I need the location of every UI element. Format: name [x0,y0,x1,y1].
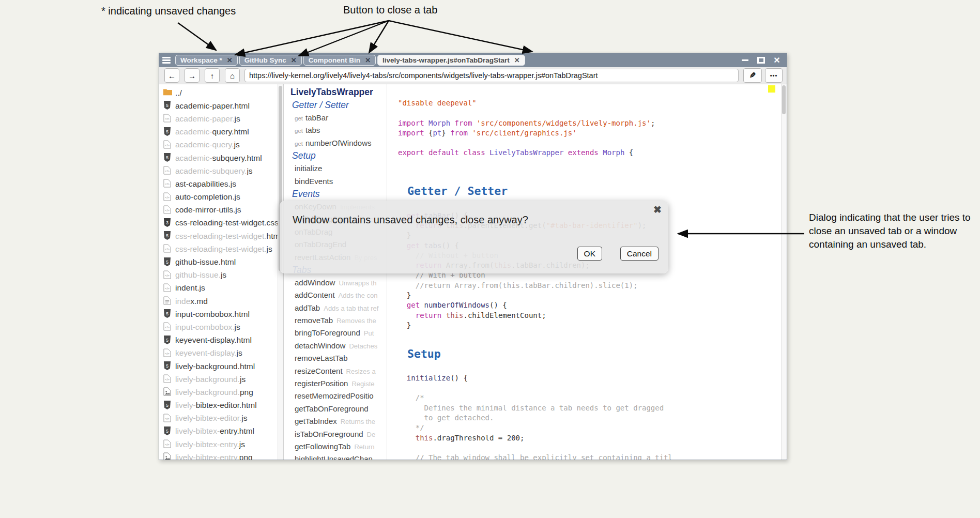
outline-method-resetmemoziredpositio[interactable]: resetMemoziredPositio [285,390,387,402]
outline-method-bringtoforeground[interactable]: bringToForegroundPut [285,327,387,339]
minimize-icon[interactable] [740,56,749,65]
outline-method-registerposition[interactable]: registerPositionRegiste [285,377,387,390]
file-item-academic-paper-js[interactable]: </>academic-paper.js [159,112,283,125]
file-name-part: keyevent-display. [175,348,237,358]
url-input[interactable] [244,69,739,82]
method-name: addContent [295,291,335,299]
file-name-part: x.md [190,297,208,306]
svg-text:3: 3 [166,220,169,225]
outline-method-removelasttab[interactable]: removeLastTab [285,352,387,364]
file-name-part: css-reloading-test-widget. [175,245,267,254]
file-name-part: github-issue. [175,270,221,280]
file-item-input-combobox-js[interactable]: </>input-combobox.js [159,321,283,333]
file-item-code-mirror-utils-js[interactable]: </>code-mirror-utils.js [159,204,283,217]
ok-button[interactable]: OK [577,247,602,261]
outline-method-addtab[interactable]: addTabAdds a tab that ref [285,302,387,314]
up-button[interactable]: ↑ [205,68,220,83]
outline-method-istabonforeground[interactable]: isTabOnForegroundDe [285,428,387,440]
tab-close-icon[interactable]: ✕ [291,56,297,64]
outline-method-addcontent[interactable]: addContentAdds the con [285,289,387,301]
edit-pencil-button[interactable]: ✎ [743,68,762,83]
file-item-academic-query-html[interactable]: 5academic-query.html [159,126,283,139]
back-button[interactable]: ← [164,68,179,83]
code-scroll-thumb[interactable] [782,85,786,114]
tab-close-icon[interactable]: ✕ [227,56,233,64]
tab-component-bin[interactable]: Component Bin✕ [303,55,376,66]
file-item-academic-subquery-js[interactable]: </>academic-subquery.js [159,164,283,177]
outline-method-removetab[interactable]: removeTabRemoves the [285,314,387,327]
file-item-academic-subquery-html[interactable]: 5academic-subquery.html [159,151,283,164]
file-item-css-reloading-test-widget-js[interactable]: </>css-reloading-test-widget.js [159,242,283,255]
file-item-lively-background-js[interactable]: </>lively-background.js [159,373,283,386]
outline-method-tabs[interactable]: gettabs [285,124,387,136]
dialog-close-icon[interactable]: ✖ [653,204,662,216]
tab-close-icon[interactable]: ✕ [514,56,520,64]
file-item-css-reloading-test-widget-css[interactable]: 3css-reloading-test-widget.css [159,217,283,230]
outline-section-setup[interactable]: Setup [285,149,387,162]
file-name-part: js [234,140,239,149]
file-item-lively-bibtex-entry-html[interactable]: 5lively-bibtex-entry.html [159,425,283,438]
file-item-ast-capabilities-js[interactable]: </>ast-capabilities.js [159,177,283,190]
file-item-lively-bibtex-entry-png[interactable]: lively-bibtex-entry.png [159,451,283,460]
outline-method-bindevents[interactable]: bindEvents [285,175,387,188]
file-name-part: lively-bibtex- [175,426,220,436]
method-name: addWindow [295,278,335,287]
outline-method-gettabindex[interactable]: getTabIndexReturns the [285,415,387,428]
maximize-icon[interactable] [756,56,765,65]
file-item-lively-background-png[interactable]: lively-background.png [159,386,283,399]
file-item-index-md[interactable]: index.md [159,295,283,308]
file-item-lively-bibtex-editor-html[interactable]: 5lively-bibtex-editor.html [159,399,283,412]
file-item-auto-completion-js[interactable]: </>auto-completion.js [159,191,283,204]
method-doc: Return [354,443,374,451]
outline-method-numberofwindows[interactable]: getnumberOfWindows [285,137,387,149]
cancel-button[interactable]: Cancel [620,247,659,261]
tab-lively-tabs-wrapper-js-ontabdragstart[interactable]: lively-tabs-wrapper.js#onTabDragStart✕ [377,55,525,66]
file-item-keyevent-display-html[interactable]: 5keyevent-display.html [159,334,283,347]
outline-section-events[interactable]: Events [285,188,387,201]
file-name-part: indent.js [175,283,205,293]
file-item-github-issue-js[interactable]: </>github-issue.js [159,269,283,282]
outline-method-detachwindow[interactable]: detachWindowDetaches [285,340,387,352]
outline-method-gettabonforeground[interactable]: getTabOnForeground [285,403,387,415]
more-options-button[interactable]: ••• [765,68,783,83]
menu-icon[interactable] [162,57,171,64]
file-item-css-reloading-test-widget-html[interactable]: 5css-reloading-test-widget.html [159,230,283,242]
file-name-part: entry.html [220,426,254,436]
method-name: tabBar [305,113,328,122]
method-doc: Resizes a [346,368,376,375]
file-item-lively-background-html[interactable]: 5lively-background.html [159,360,283,373]
file-name-part: academic-paper. [175,114,235,124]
outline-method-addwindow[interactable]: addWindowUnwrapps th [285,277,387,289]
file-name-part: png [240,388,253,397]
file-item-academic-query-js[interactable]: </>academic-query.js [159,139,283,151]
file-item-github-issue-html[interactable]: 5github-issue.html [159,255,283,268]
outline-section-getter-setter[interactable]: Getter / Setter [285,99,387,112]
method-doc: Registe [351,380,374,388]
file-name-part: js [241,414,247,423]
file-item-input-combobox-html[interactable]: 5input-combobox.html [159,308,283,321]
file-item-lively-bibtex-entry-js[interactable]: </>lively-bibtex-entry.js [159,438,283,451]
html-file-icon: 5 [163,361,172,371]
file-item-keyevent-display-js[interactable]: </>keyevent-display.js [159,347,283,360]
file-item-[interactable]: ../ [159,86,283,99]
forward-button[interactable]: → [185,68,200,83]
tab-github-sync[interactable]: GitHub Sync✕ [239,55,302,66]
method-name: resetMemoziredPositio [295,391,374,400]
outline-method-highlightunsavedchan[interactable]: highlightUnsavedChan [285,453,387,460]
window-close-icon[interactable]: ✕ [772,56,782,65]
outline-method-initialize[interactable]: initialize [285,162,387,175]
home-button[interactable]: ⌂ [225,68,240,83]
file-name-part: css-reloading-test-widget. [175,232,267,241]
file-item-lively-bibtex-editor-js[interactable]: </>lively-bibtex-editor.js [159,412,283,425]
tab-close-icon[interactable]: ✕ [365,56,371,64]
html-file-icon: 5 [163,153,172,163]
outline-method-resizecontent[interactable]: resizeContentResizes a [285,365,387,377]
outline-method-tabbar[interactable]: gettabBar [285,112,387,124]
tab-label: Component Bin [309,56,361,64]
code-line: Defines the minimal distance a tab needs… [398,403,776,413]
tab-workspace[interactable]: Workspace *✕ [175,55,238,66]
file-item-indent-js[interactable]: </>indent.js [159,282,283,295]
file-item-academic-paper-html[interactable]: 5academic-paper.html [159,99,283,112]
code-line: initialize() { [398,373,776,383]
outline-method-getfollowingtab[interactable]: getFollowingTabReturn [285,440,387,453]
